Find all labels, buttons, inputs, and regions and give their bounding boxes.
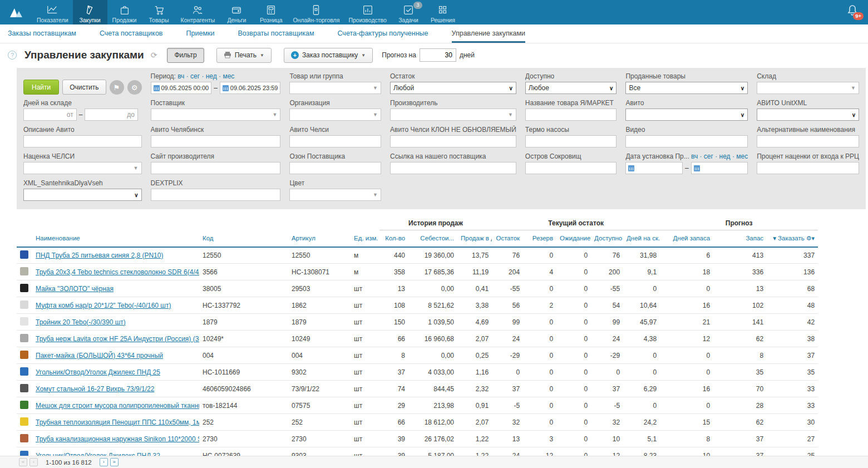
filter-text-input[interactable] [757, 135, 859, 147]
product-name-link[interactable]: Трубная теплоизоляция Пенощит ППС 110x50… [36, 418, 199, 426]
date-input[interactable] [625, 162, 683, 174]
column-settings-gear-icon[interactable]: ⚙▾ [805, 235, 815, 242]
column-header-8[interactable]: Остаток [492, 230, 523, 247]
last-page-button[interactable]: » [110, 458, 119, 466]
subnav-tab-3[interactable]: Приемки [186, 24, 215, 43]
filter-text-input[interactable] [289, 162, 381, 174]
nav-item-4[interactable]: Товары [142, 0, 176, 24]
column-header-10[interactable]: Ожидание [556, 230, 591, 247]
filter-combo[interactable]: ▼ [151, 109, 281, 121]
app-logo-icon[interactable] [0, 0, 32, 24]
print-button[interactable]: Печать▼ [216, 48, 272, 63]
wallet-icon [230, 4, 243, 16]
nav-item-8[interactable]: Онлайн-торговля [288, 0, 344, 24]
clear-button[interactable]: Очистить [62, 80, 106, 95]
column-header-14[interactable]: Запас [713, 230, 767, 247]
pagination-bar: « ‹ 1-100 из 16 812 › » [0, 456, 868, 468]
product-name-link[interactable]: ПНД Труба 25 питьевая синяя 2,8 (PN10) [36, 252, 163, 259]
filter-text-input[interactable] [23, 135, 142, 147]
forecast-days-input[interactable] [420, 48, 456, 62]
column-header-1[interactable]: Наименование [32, 230, 199, 247]
filter-text-input[interactable] [525, 135, 617, 147]
column-header-2[interactable]: Код [199, 230, 288, 247]
column-header-7[interactable]: Продаж в д... [457, 230, 492, 247]
column-header-6[interactable]: Себестои... [408, 230, 457, 247]
column-header-12[interactable]: Дней на ск... [623, 230, 660, 247]
date-input[interactable] [691, 162, 748, 174]
product-name-link[interactable]: Труба нерж Lavita отож HF 25A Индустри (… [36, 335, 199, 343]
product-code-cell: НС-1337792 [199, 297, 288, 314]
filter-combo[interactable]: ▼ [23, 162, 142, 174]
range-from-input[interactable] [23, 109, 77, 121]
date-input[interactable]: 09.05.2025 00:00 [151, 82, 212, 94]
period-quick-links[interactable]: вч · сег · нед · мес [689, 152, 748, 160]
column-header-11[interactable]: Доступно [591, 230, 623, 247]
filter-text-input[interactable] [151, 189, 281, 201]
filter-select[interactable]: ∨ [23, 189, 142, 201]
subnav-tab-5[interactable]: Счета-фактуры полученные [337, 24, 428, 43]
filter-combo[interactable]: ▼ [757, 82, 859, 94]
next-page-button[interactable]: › [100, 458, 108, 466]
subnav-tab-2[interactable]: Счета поставщиков [100, 24, 163, 43]
column-header-4[interactable]: Ед. изм. [351, 230, 379, 247]
filter-combo[interactable]: ▼ [289, 82, 381, 94]
product-name-link[interactable]: Пакет-майка (БОЛЬШОЙ) 43*64 прочный [36, 352, 163, 359]
subnav-tab-4[interactable]: Возвраты поставщикам [238, 24, 314, 43]
product-name-link[interactable]: Труба канализационная наружная Sinikon 1… [36, 435, 199, 443]
column-header-3[interactable]: Артикул [288, 230, 351, 247]
nav-item-5[interactable]: Контрагенты [176, 0, 220, 24]
filter-combo[interactable]: ▼ [390, 109, 516, 121]
filter-combo[interactable]: ▼ [289, 189, 381, 201]
date-input[interactable]: 09.06.2025 23:59 [220, 82, 281, 94]
nav-item-9[interactable]: Производство [344, 0, 391, 24]
period-quick-links[interactable]: вч · сег · нед · мес [176, 72, 234, 80]
filter-button[interactable]: Фильтр [167, 48, 204, 63]
filter-select[interactable]: Все∨ [625, 82, 748, 94]
nav-item-11[interactable]: Решения [426, 0, 460, 24]
product-name-link[interactable]: Мешок для строит мусора полипропиленовый… [36, 402, 199, 410]
filter-text-input[interactable] [151, 135, 281, 147]
filter-text-input[interactable] [390, 135, 516, 147]
nav-item-7[interactable]: Розница [254, 0, 288, 24]
filter-text-input[interactable] [525, 109, 617, 121]
nav-item-10[interactable]: Задачи3 [391, 0, 426, 24]
column-header-9[interactable]: Резерв [523, 230, 556, 247]
product-name-link[interactable]: Муфта комб нар/р 20*1/2" Tebo(-/40/160 ш… [36, 302, 171, 309]
filter-control [525, 109, 617, 121]
notifications-bell-icon[interactable]: 9+ [847, 4, 858, 18]
product-name-link[interactable]: Труба 20x3,4 Tebo technics стекловолокно… [36, 268, 199, 276]
product-name-link[interactable]: Хомут стальной 16-27 Вихрь 73/9/1/22 [36, 385, 154, 393]
value-cell-6: 0 [556, 397, 591, 414]
nav-item-3[interactable]: Продажи [107, 0, 142, 24]
subnav-tab-1[interactable]: Заказы поставщикам [8, 24, 76, 43]
gear-icon[interactable]: ⚙ [127, 80, 142, 95]
refresh-icon[interactable]: ⟳ [151, 51, 157, 60]
nav-item-6[interactable]: Деньги [219, 0, 254, 24]
column-header-15[interactable]: ▾ Заказать ⚙▾ [767, 230, 818, 247]
filter-combo[interactable]: ▼ [289, 109, 381, 121]
filter-select[interactable]: Любой∨ [390, 82, 516, 94]
range-to-input[interactable] [85, 109, 138, 121]
order-to-supplier-button[interactable]: + Заказ поставщику▼ [284, 48, 373, 63]
nav-item-2[interactable]: Закупки [73, 0, 107, 24]
filter-select[interactable]: ∨ [757, 109, 859, 121]
product-name-link[interactable]: Тройник 20 Tebo(-/30/390 шт) [36, 318, 126, 326]
filter-text-input[interactable] [151, 162, 281, 174]
filter-text-input[interactable] [757, 162, 859, 174]
bookmark-icon[interactable]: ⚑ [110, 80, 124, 95]
find-button[interactable]: Найти [23, 80, 59, 95]
product-name-link[interactable]: Угольник/Отвод/Уголок Джилекс ПНД 25 [36, 368, 160, 376]
filter-text-input[interactable] [289, 135, 381, 147]
nav-item-1[interactable]: Показатели [32, 0, 73, 24]
filter-text-input[interactable] [390, 162, 516, 174]
column-header-5[interactable]: Кол-во [379, 230, 408, 247]
product-name-link[interactable]: Майка "ЗОЛОТО" чёрная [36, 285, 114, 293]
select-value: Все [629, 84, 640, 92]
filter-select[interactable]: ∨ [625, 109, 748, 121]
filter-text-input[interactable] [625, 135, 748, 147]
column-header-13[interactable]: Дней запаса [660, 230, 713, 247]
filter-text-input[interactable] [525, 162, 617, 174]
help-icon[interactable]: ? [8, 51, 17, 60]
subnav-tab-6[interactable]: Управление закупками [452, 24, 526, 43]
filter-select[interactable]: Любое∨ [525, 82, 617, 94]
